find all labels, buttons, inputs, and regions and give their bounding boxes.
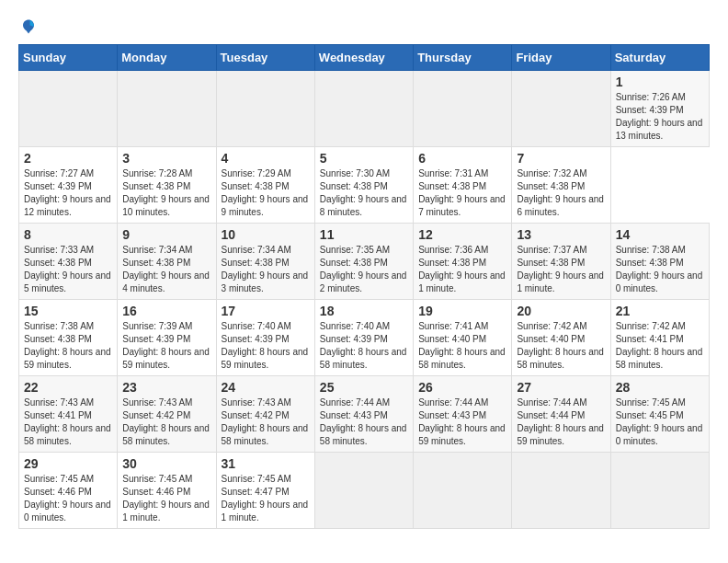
day-number: 5 [320, 151, 408, 166]
calendar-day-cell: 3Sunrise: 7:28 AMSunset: 4:38 PMDaylight… [118, 147, 216, 224]
day-number: 30 [122, 456, 210, 471]
day-info: Sunrise: 7:32 AMSunset: 4:38 PMDaylight:… [517, 167, 605, 219]
day-number: 2 [24, 151, 112, 166]
day-number: 6 [418, 151, 506, 166]
day-info: Sunrise: 7:42 AMSunset: 4:40 PMDaylight:… [517, 320, 605, 372]
calendar-day-cell: 17Sunrise: 7:40 AMSunset: 4:39 PMDayligh… [216, 300, 314, 376]
day-number: 18 [320, 304, 408, 318]
logo-icon [20, 18, 37, 35]
calendar-day-cell: 26Sunrise: 7:44 AMSunset: 4:43 PMDayligh… [414, 376, 512, 453]
calendar-day-header: Friday [512, 45, 610, 71]
calendar-day-cell: 23Sunrise: 7:43 AMSunset: 4:42 PMDayligh… [118, 376, 216, 453]
day-info: Sunrise: 7:36 AMSunset: 4:38 PMDaylight:… [418, 244, 506, 295]
day-info: Sunrise: 7:45 AMSunset: 4:47 PMDaylight:… [222, 473, 310, 524]
calendar-day-cell [610, 453, 709, 529]
day-number: 17 [222, 304, 310, 318]
calendar-day-cell [512, 453, 610, 529]
day-number: 14 [616, 227, 704, 242]
day-info: Sunrise: 7:45 AMSunset: 4:46 PMDaylight:… [122, 473, 210, 524]
day-info: Sunrise: 7:40 AMSunset: 4:39 PMDaylight:… [320, 320, 408, 372]
calendar-day-cell [314, 453, 413, 529]
calendar-day-cell [414, 71, 512, 147]
calendar-day-cell: 12Sunrise: 7:36 AMSunset: 4:38 PMDayligh… [414, 224, 512, 300]
calendar-day-cell: 18Sunrise: 7:40 AMSunset: 4:39 PMDayligh… [314, 300, 413, 376]
day-info: Sunrise: 7:41 AMSunset: 4:40 PMDaylight:… [418, 320, 506, 372]
calendar-day-cell: 19Sunrise: 7:41 AMSunset: 4:40 PMDayligh… [414, 300, 512, 376]
day-number: 1 [616, 75, 704, 89]
day-info: Sunrise: 7:38 AMSunset: 4:38 PMDaylight:… [616, 244, 704, 295]
calendar-day-header: Wednesday [314, 45, 413, 71]
calendar-day-cell: 28Sunrise: 7:45 AMSunset: 4:45 PMDayligh… [610, 376, 709, 453]
day-number: 12 [418, 227, 506, 242]
day-number: 24 [222, 380, 310, 395]
calendar-day-cell: 30Sunrise: 7:45 AMSunset: 4:46 PMDayligh… [118, 453, 216, 529]
logo [18, 18, 37, 35]
day-info: Sunrise: 7:40 AMSunset: 4:39 PMDaylight:… [222, 320, 310, 372]
calendar-day-cell [414, 453, 512, 529]
calendar-header-row: SundayMondayTuesdayWednesdayThursdayFrid… [19, 45, 710, 71]
day-info: Sunrise: 7:29 AMSunset: 4:38 PMDaylight:… [222, 167, 310, 219]
calendar-day-cell: 25Sunrise: 7:44 AMSunset: 4:43 PMDayligh… [314, 376, 413, 453]
calendar-day-header: Saturday [610, 45, 709, 71]
day-info: Sunrise: 7:34 AMSunset: 4:38 PMDaylight:… [122, 244, 210, 295]
calendar-day-cell [216, 71, 314, 147]
day-info: Sunrise: 7:26 AMSunset: 4:39 PMDaylight:… [616, 91, 704, 143]
calendar-day-cell [512, 71, 610, 147]
day-info: Sunrise: 7:35 AMSunset: 4:38 PMDaylight:… [320, 244, 408, 295]
calendar-day-cell: 7Sunrise: 7:32 AMSunset: 4:38 PMDaylight… [512, 147, 610, 224]
day-info: Sunrise: 7:43 AMSunset: 4:42 PMDaylight:… [222, 396, 310, 448]
calendar-day-cell: 14Sunrise: 7:38 AMSunset: 4:38 PMDayligh… [610, 224, 709, 300]
calendar-day-cell: 24Sunrise: 7:43 AMSunset: 4:42 PMDayligh… [216, 376, 314, 453]
calendar-day-cell: 11Sunrise: 7:35 AMSunset: 4:38 PMDayligh… [314, 224, 413, 300]
day-number: 11 [320, 227, 408, 242]
calendar-day-header: Monday [118, 45, 216, 71]
calendar-day-cell: 1Sunrise: 7:26 AMSunset: 4:39 PMDaylight… [610, 71, 709, 147]
day-info: Sunrise: 7:44 AMSunset: 4:44 PMDaylight:… [517, 396, 605, 448]
day-number: 21 [616, 304, 704, 318]
day-number: 20 [517, 304, 605, 318]
day-number: 13 [517, 227, 605, 242]
calendar-week-row: 15Sunrise: 7:38 AMSunset: 4:38 PMDayligh… [19, 300, 710, 376]
calendar-day-cell: 4Sunrise: 7:29 AMSunset: 4:38 PMDaylight… [216, 147, 314, 224]
day-number: 28 [616, 380, 704, 395]
day-number: 22 [24, 380, 112, 395]
calendar-day-cell: 29Sunrise: 7:45 AMSunset: 4:46 PMDayligh… [19, 453, 118, 529]
day-number: 4 [222, 151, 310, 166]
calendar-week-row: 29Sunrise: 7:45 AMSunset: 4:46 PMDayligh… [19, 453, 710, 529]
calendar-day-cell: 10Sunrise: 7:34 AMSunset: 4:38 PMDayligh… [216, 224, 314, 300]
calendar-week-row: 8Sunrise: 7:33 AMSunset: 4:38 PMDaylight… [19, 224, 710, 300]
day-info: Sunrise: 7:44 AMSunset: 4:43 PMDaylight:… [418, 396, 506, 448]
day-number: 8 [24, 227, 112, 242]
day-number: 7 [517, 151, 605, 166]
calendar-day-cell: 13Sunrise: 7:37 AMSunset: 4:38 PMDayligh… [512, 224, 610, 300]
day-number: 9 [122, 227, 210, 242]
calendar-day-cell: 20Sunrise: 7:42 AMSunset: 4:40 PMDayligh… [512, 300, 610, 376]
calendar-day-cell: 5Sunrise: 7:30 AMSunset: 4:38 PMDaylight… [314, 147, 413, 224]
day-info: Sunrise: 7:45 AMSunset: 4:46 PMDaylight:… [24, 473, 112, 524]
day-info: Sunrise: 7:30 AMSunset: 4:38 PMDaylight:… [320, 167, 408, 219]
day-info: Sunrise: 7:43 AMSunset: 4:42 PMDaylight:… [122, 396, 210, 448]
day-number: 3 [122, 151, 210, 166]
calendar-day-cell: 22Sunrise: 7:43 AMSunset: 4:41 PMDayligh… [19, 376, 118, 453]
calendar-day-cell: 31Sunrise: 7:45 AMSunset: 4:47 PMDayligh… [216, 453, 314, 529]
day-number: 31 [222, 456, 310, 471]
day-number: 16 [122, 304, 210, 318]
calendar-week-row: 22Sunrise: 7:43 AMSunset: 4:41 PMDayligh… [19, 376, 710, 453]
day-info: Sunrise: 7:34 AMSunset: 4:38 PMDaylight:… [222, 244, 310, 295]
calendar-day-cell: 27Sunrise: 7:44 AMSunset: 4:44 PMDayligh… [512, 376, 610, 453]
day-number: 10 [222, 227, 310, 242]
day-info: Sunrise: 7:33 AMSunset: 4:38 PMDaylight:… [24, 244, 112, 295]
day-number: 15 [24, 304, 112, 318]
calendar-day-cell: 9Sunrise: 7:34 AMSunset: 4:38 PMDaylight… [118, 224, 216, 300]
day-info: Sunrise: 7:42 AMSunset: 4:41 PMDaylight:… [616, 320, 704, 372]
day-number: 25 [320, 380, 408, 395]
calendar-day-header: Tuesday [216, 45, 314, 71]
day-number: 19 [418, 304, 506, 318]
day-info: Sunrise: 7:37 AMSunset: 4:38 PMDaylight:… [517, 244, 605, 295]
day-info: Sunrise: 7:38 AMSunset: 4:38 PMDaylight:… [24, 320, 112, 372]
calendar-day-cell: 2Sunrise: 7:27 AMSunset: 4:39 PMDaylight… [19, 147, 118, 224]
day-number: 29 [24, 456, 112, 471]
page-header [18, 18, 710, 35]
calendar-day-cell: 16Sunrise: 7:39 AMSunset: 4:39 PMDayligh… [118, 300, 216, 376]
day-number: 27 [517, 380, 605, 395]
